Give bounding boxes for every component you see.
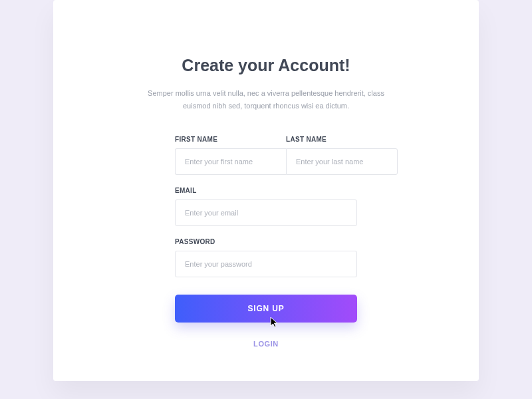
email-input[interactable] — [175, 200, 357, 226]
first-name-input[interactable] — [175, 148, 286, 175]
first-name-label: FIRST NAME — [175, 136, 286, 143]
last-name-input[interactable] — [286, 148, 398, 175]
password-label: PASSWORD — [175, 238, 357, 245]
first-name-group: FIRST NAME — [175, 136, 286, 175]
page-title: Create your Account! — [182, 56, 350, 75]
password-input[interactable] — [175, 251, 357, 277]
password-row: PASSWORD — [175, 238, 357, 277]
last-name-group: LAST NAME — [286, 136, 398, 175]
login-link[interactable]: LOGIN — [175, 340, 357, 348]
name-row: FIRST NAME LAST NAME — [175, 136, 357, 175]
email-row: EMAIL — [175, 187, 357, 226]
signup-form: FIRST NAME LAST NAME EMAIL PASSWORD SIGN… — [175, 136, 357, 348]
signup-card: Create your Account! Semper mollis urna … — [53, 0, 479, 381]
page-subtitle: Semper mollis urna velit nulla, nec a vi… — [146, 87, 386, 112]
last-name-label: LAST NAME — [286, 136, 398, 143]
email-label: EMAIL — [175, 187, 357, 194]
signup-button[interactable]: SIGN UP — [175, 295, 357, 323]
